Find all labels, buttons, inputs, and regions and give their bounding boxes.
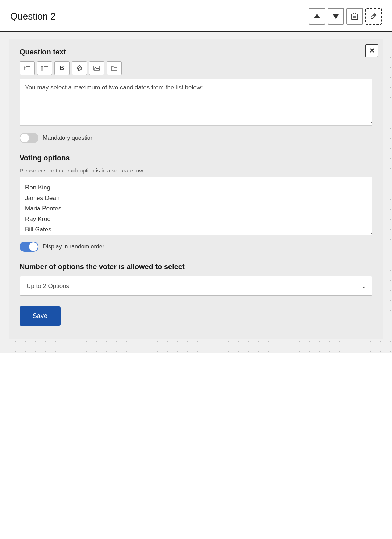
- delete-button[interactable]: [346, 8, 363, 25]
- mandatory-toggle-thumb: [20, 134, 29, 142]
- bold-button[interactable]: B: [54, 61, 70, 75]
- save-button[interactable]: Save: [20, 306, 61, 326]
- voting-options-label: Voting options: [20, 154, 372, 162]
- trash-icon: [351, 12, 358, 20]
- random-order-toggle-row: Display in random order: [20, 242, 372, 252]
- random-order-toggle-thumb: [29, 242, 38, 251]
- mandatory-toggle-row: Mandatory question: [20, 133, 372, 143]
- svg-line-18: [79, 67, 80, 69]
- editor-toolbar: 1. 2.: [20, 61, 372, 75]
- ordered-list-icon: 1. 2.: [24, 65, 31, 71]
- mandatory-label: Mandatory question: [43, 135, 94, 141]
- close-button[interactable]: ✕: [365, 44, 378, 57]
- header-actions: [309, 8, 382, 25]
- question-text-section: Question text 1. 2.: [20, 48, 372, 143]
- svg-point-14: [41, 69, 43, 71]
- mandatory-toggle[interactable]: [20, 133, 38, 143]
- move-up-button[interactable]: [309, 8, 325, 25]
- number-options-label: Number of options the voter is allowed t…: [20, 263, 372, 271]
- close-icon: ✕: [369, 47, 375, 55]
- bold-icon: B: [60, 64, 64, 72]
- svg-text:2.: 2.: [24, 68, 26, 71]
- svg-rect-19: [94, 66, 100, 70]
- svg-point-12: [41, 66, 43, 67]
- unordered-list-icon: [41, 65, 48, 71]
- dot-background: ✕ Question text 1. 2.: [0, 32, 392, 353]
- svg-point-13: [41, 67, 43, 69]
- random-order-label: Display in random order: [43, 243, 104, 250]
- pencil-icon: [370, 13, 377, 20]
- question-header: Question 2: [0, 0, 392, 32]
- voting-options-input[interactable]: [20, 177, 372, 235]
- page-container: Question 2: [0, 0, 392, 539]
- question-title: Question 2: [10, 11, 56, 22]
- question-text-label: Question text: [20, 48, 372, 56]
- arrow-up-icon: [313, 12, 321, 20]
- options-select[interactable]: Exactly 1 Option Up to 1 Option Exactly …: [20, 276, 372, 296]
- ordered-list-button[interactable]: 1. 2.: [20, 61, 35, 75]
- number-options-section: Number of options the voter is allowed t…: [20, 263, 372, 296]
- question-text-input[interactable]: [20, 79, 372, 126]
- image-icon: [93, 65, 100, 71]
- folder-icon: [111, 65, 117, 71]
- voting-options-section: Voting options Please ensure that each o…: [20, 154, 372, 252]
- random-order-toggle[interactable]: [20, 242, 38, 252]
- link-button[interactable]: [72, 61, 87, 75]
- svg-text:1.: 1.: [24, 66, 26, 68]
- unordered-list-button[interactable]: [37, 61, 52, 75]
- arrow-down-icon: [332, 12, 340, 20]
- edit-button[interactable]: [365, 8, 382, 25]
- voting-hint: Please ensure that each option is in a s…: [20, 167, 372, 174]
- link-icon: [76, 65, 83, 71]
- main-card: ✕ Question text 1. 2.: [9, 39, 383, 339]
- image-button[interactable]: [89, 61, 104, 75]
- move-down-button[interactable]: [328, 8, 344, 25]
- svg-rect-2: [354, 13, 356, 14]
- options-select-wrap: Exactly 1 Option Up to 1 Option Exactly …: [20, 276, 372, 296]
- folder-button[interactable]: [107, 61, 122, 75]
